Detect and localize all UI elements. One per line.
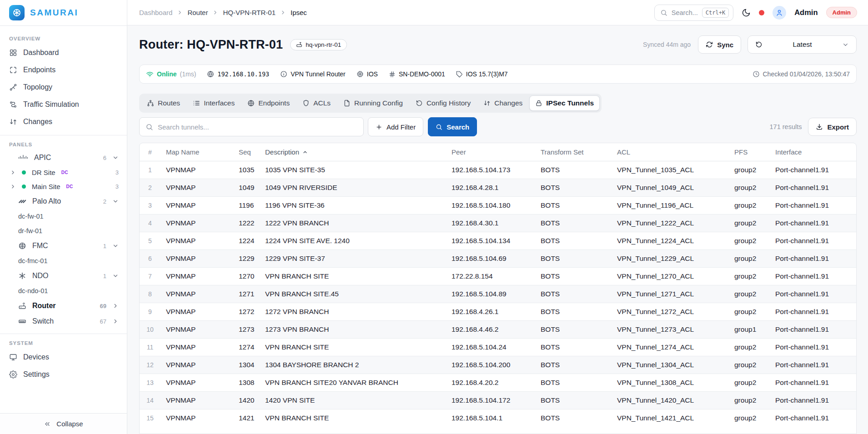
sidebar-item-ndo[interactable]: NDO 1 — [0, 268, 127, 284]
cell-interface: Port-channel1.91 — [770, 197, 856, 215]
cell-description: VPN BRANCH SITE20 YANVAR BRANCH — [260, 374, 446, 392]
brand-header[interactable]: SAMURAI — [0, 0, 127, 26]
cell-interface: Port-channel1.91 — [770, 392, 856, 409]
breadcrumb-device[interactable]: HQ-VPN-RTR-01 — [223, 9, 276, 16]
add-filter-button[interactable]: Add Filter — [368, 117, 423, 136]
tab-running-config[interactable]: Running Config — [337, 95, 409, 111]
table-row[interactable]: 11 VPNMAP 1274 VPN BRANCH SITE 192.168.5… — [140, 339, 856, 356]
tab-endpoints[interactable]: Endpoints — [241, 95, 296, 111]
search-icon — [146, 123, 153, 131]
sidebar-item-dashboard[interactable]: Dashboard — [0, 44, 127, 61]
palo-alto-icon — [18, 197, 26, 205]
table-row[interactable]: 10 VPNMAP 1273 1273 VPN BRANCH 192.168.4… — [140, 321, 856, 339]
chevron-right-icon — [112, 303, 119, 309]
sidebar-item-switch[interactable]: Switch 67 — [0, 314, 127, 329]
sidebar-item-dc-ndo-01[interactable]: dc-ndo-01 — [0, 284, 127, 298]
cell-map-name: VPNMAP — [161, 232, 233, 250]
cell-peer: 192.168.5.104.1 — [446, 409, 535, 427]
item-count: 2 — [103, 198, 106, 205]
col-header-peer[interactable]: Peer — [446, 143, 535, 161]
ndo-icon — [18, 272, 26, 280]
notification-dot[interactable] — [759, 10, 764, 15]
tab-config-history[interactable]: Config History — [410, 95, 477, 111]
breadcrumb-router[interactable]: Router — [187, 9, 208, 16]
sidebar-item-router[interactable]: Router 69 — [0, 298, 127, 314]
global-search-input[interactable]: Search... Ctrl+K — [654, 5, 733, 21]
tab-label: Running Config — [354, 99, 403, 107]
table-row[interactable]: 2 VPNMAP 1049 1049 VPN RIVERSIDE 192.168… — [140, 179, 856, 197]
breadcrumb-dashboard[interactable]: Dashboard — [139, 9, 172, 16]
tab-routes[interactable]: Routes — [141, 95, 186, 111]
sidebar-item-topology[interactable]: Topology — [0, 79, 127, 96]
sidebar-item-dr-site[interactable]: DR Site DC 3 — [0, 165, 127, 180]
col-header-map-name[interactable]: Map Name — [161, 143, 233, 161]
cell-map-name: VPNMAP — [161, 161, 233, 179]
table-row[interactable]: 9 VPNMAP 1272 1272 VPN BRANCH 192.168.4.… — [140, 303, 856, 321]
col-header-interface[interactable]: Interface — [770, 143, 856, 161]
sidebar-item-fmc[interactable]: FMC 1 — [0, 238, 127, 254]
search-button[interactable]: Search — [428, 117, 477, 136]
search-icon — [436, 124, 442, 130]
table-row[interactable]: 12 VPNMAP 1304 1304 BAYSHORE BRANCH 2 19… — [140, 356, 856, 374]
cell-num: 13 — [140, 374, 161, 392]
user-avatar[interactable] — [773, 6, 786, 20]
sidebar-item-settings[interactable]: Settings — [0, 366, 127, 383]
sidebar-item-devices[interactable]: Devices — [0, 349, 127, 366]
table-row[interactable]: 4 VPNMAP 1222 1222 VPN BRANCH 192.168.4.… — [140, 215, 856, 232]
table-row[interactable]: 7 VPNMAP 1270 VPN BRANCH SITE 172.22.8.1… — [140, 268, 856, 285]
user-name[interactable]: Admin — [794, 8, 818, 17]
table-row[interactable]: 8 VPNMAP 1271 VPN BRANCH SITE.45 192.168… — [140, 285, 856, 303]
table-row[interactable]: 15 VPNMAP 1421 VPN BRANCH SITE 192.168.5… — [140, 409, 856, 427]
refresh-icon — [706, 41, 713, 48]
dark-mode-toggle[interactable] — [742, 8, 751, 17]
cell-acl: VPN_Tunnel_1035_ACL — [612, 161, 729, 179]
sidebar-item-dc-fmc-01[interactable]: dc-fmc-01 — [0, 254, 127, 268]
tab-label: Endpoints — [258, 99, 290, 107]
table-row[interactable]: 13 VPNMAP 1308 VPN BRANCH SITE20 YANVAR … — [140, 374, 856, 392]
sidebar-item-endpoints[interactable]: Endpoints — [0, 61, 127, 79]
export-button[interactable]: Export — [808, 118, 857, 136]
table-row[interactable]: 1 VPNMAP 1035 1035 VPN SITE-35 192.168.5… — [140, 161, 856, 179]
tab-interfaces[interactable]: Interfaces — [187, 95, 241, 111]
sidebar-item-palo-alto[interactable]: Palo Alto 2 — [0, 194, 127, 209]
col-header-acl[interactable]: ACL — [612, 143, 729, 161]
sidebar-item-main-site[interactable]: Main Site DC 3 — [0, 180, 127, 194]
cell-pfs: group2 — [729, 197, 770, 215]
status-dot-online — [22, 170, 26, 175]
table-body: 1 VPNMAP 1035 1035 VPN SITE-35 192.168.5… — [140, 161, 856, 427]
tunnel-search-box[interactable] — [139, 117, 364, 136]
table-row[interactable]: 3 VPNMAP 1196 1196 VPN SITE-36 192.168.5… — [140, 197, 856, 215]
table-row[interactable]: 5 VPNMAP 1224 1224 VPN SITE AVE. 1240 19… — [140, 232, 856, 250]
sidebar-item-dc-fw-01[interactable]: dc-fw-01 — [0, 209, 127, 224]
tab-label: IPSec Tunnels — [546, 99, 594, 107]
results-count: 171 results — [770, 123, 802, 130]
sidebar-item-changes[interactable]: Changes — [0, 113, 127, 130]
cell-seq: 1229 — [233, 250, 260, 268]
col-header-description[interactable]: Description — [260, 143, 446, 161]
chevron-right-icon[interactable] — [10, 170, 16, 175]
chevron-right-icon[interactable] — [10, 184, 16, 190]
sidebar-item-traffic-simulation[interactable]: Traffic Simulation — [0, 96, 127, 113]
col-header-transform-set[interactable]: Transform Set — [535, 143, 612, 161]
col-header-pfs[interactable]: PFS — [729, 143, 770, 161]
sidebar-item-label: Changes — [23, 118, 52, 126]
col-header-seq[interactable]: Seq — [233, 143, 260, 161]
sync-button[interactable]: Sync — [698, 35, 741, 54]
col-header-num[interactable]: # — [140, 143, 161, 161]
tab-acls[interactable]: ACLs — [296, 95, 336, 111]
collapse-sidebar-button[interactable]: Collapse — [0, 413, 127, 434]
tab-changes[interactable]: Changes — [477, 95, 528, 111]
fmc-icon — [18, 242, 26, 250]
table-row[interactable]: 14 VPNMAP 1420 1420 VPN SITE 192.168.5.1… — [140, 392, 856, 409]
sidebar-item-dr-fw-01[interactable]: dr-fw-01 — [0, 224, 127, 238]
tunnel-search-input[interactable] — [158, 123, 357, 131]
history-icon — [416, 100, 423, 107]
cell-peer: 192.168.4.26.1 — [446, 303, 535, 321]
shortcut-kbd: Ctrl+K — [702, 8, 729, 18]
sidebar-item-apic[interactable]: APIC 6 — [0, 150, 127, 165]
table-row[interactable]: 6 VPNMAP 1229 1229 VPN SITE-37 192.168.5… — [140, 250, 856, 268]
tab-ipsec-tunnels[interactable]: IPSec Tunnels — [529, 95, 600, 111]
version-select[interactable]: Latest — [748, 35, 857, 54]
table-header-row: # Map Name Seq Description Peer Transfor… — [140, 143, 856, 161]
cell-interface: Port-channel1.91 — [770, 268, 856, 285]
